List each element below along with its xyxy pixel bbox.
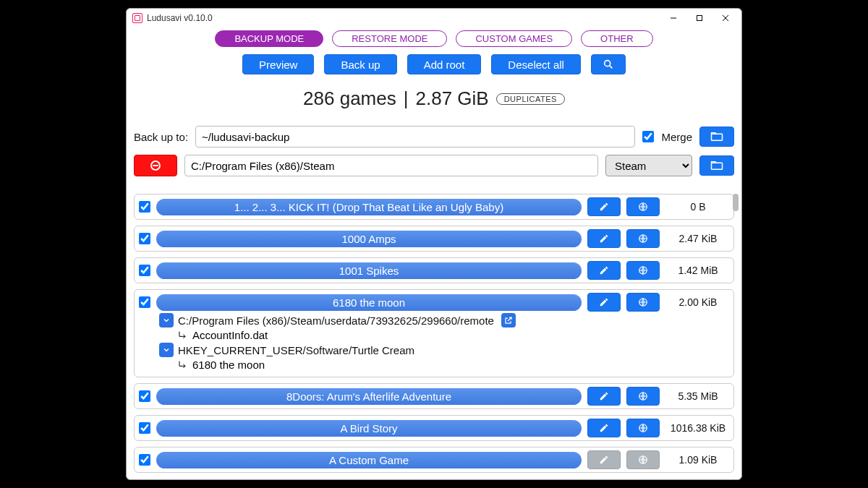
svg-line-5 bbox=[610, 66, 613, 69]
collapse-icon[interactable] bbox=[159, 343, 174, 357]
game-row: A Bird Story1016.38 KiB bbox=[134, 415, 734, 441]
game-size: 5.35 MiB bbox=[665, 390, 731, 402]
backup-button[interactable]: Back up bbox=[324, 54, 396, 74]
detail-path-row: C:/Program Files (x86)/Steam/userdata/73… bbox=[137, 312, 731, 329]
svg-rect-1 bbox=[697, 16, 702, 21]
game-size: 0 B bbox=[665, 201, 731, 213]
detail-child: 6180 the moon bbox=[192, 359, 265, 371]
open-external-icon[interactable] bbox=[501, 313, 516, 328]
detail-path-row: HKEY_CURRENT_USER/Software/Turtle Cream bbox=[137, 341, 731, 359]
backup-to-label: Back up to: bbox=[134, 131, 188, 143]
game-checkbox[interactable] bbox=[139, 233, 150, 244]
main-content: BACKUP MODE RESTORE MODE CUSTOM GAMES OT… bbox=[127, 27, 741, 479]
close-button[interactable] bbox=[712, 9, 739, 27]
edit-game-button[interactable] bbox=[587, 293, 621, 312]
sub-arrow-icon bbox=[176, 330, 188, 341]
summary: 286 games | 2.87 GiB DUPLICATES bbox=[134, 87, 734, 110]
svg-point-4 bbox=[605, 61, 610, 67]
collapse-icon[interactable] bbox=[159, 313, 174, 328]
game-title[interactable]: 1000 Amps bbox=[156, 231, 582, 247]
summary-games: 286 games bbox=[303, 87, 396, 110]
game-row-expanded: 6180 the moon2.00 KiBC:/Program Files (x… bbox=[134, 289, 734, 377]
root-row: Steam bbox=[134, 155, 734, 176]
edit-game-button[interactable] bbox=[587, 261, 621, 280]
game-web-button[interactable] bbox=[626, 450, 660, 469]
add-root-button[interactable]: Add root bbox=[407, 54, 482, 74]
action-bar: Preview Back up Add root Deselect all bbox=[134, 54, 734, 74]
game-row: 1000 Amps2.47 KiB bbox=[134, 226, 734, 252]
app-window: Ludusavi v0.10.0 BACKUP MODE RESTORE MOD… bbox=[126, 8, 742, 480]
game-title[interactable]: A Bird Story bbox=[156, 420, 582, 437]
game-web-button[interactable] bbox=[626, 293, 660, 312]
game-checkbox[interactable] bbox=[139, 390, 150, 402]
merge-checkbox[interactable] bbox=[642, 131, 654, 142]
root-path-input[interactable] bbox=[184, 155, 598, 176]
detail-child: AccountInfo.dat bbox=[192, 329, 268, 341]
game-title[interactable]: 1... 2... 3... KICK IT! (Drop That Beat … bbox=[156, 199, 582, 215]
deselect-all-button[interactable]: Deselect all bbox=[491, 54, 581, 74]
tab-custom-games[interactable]: CUSTOM GAMES bbox=[456, 30, 572, 47]
detail-child-row: 6180 the moon bbox=[137, 359, 731, 371]
game-row: 8Doors: Arum's Afterlife Adventure5.35 M… bbox=[134, 383, 734, 409]
game-size: 1.09 KiB bbox=[665, 454, 731, 466]
game-checkbox[interactable] bbox=[139, 454, 150, 466]
search-button[interactable] bbox=[591, 54, 626, 74]
svg-rect-6 bbox=[712, 134, 723, 140]
maximize-button[interactable] bbox=[686, 9, 712, 27]
game-web-button[interactable] bbox=[626, 419, 660, 437]
game-list: 1... 2... 3... KICK IT! (Drop That Beat … bbox=[134, 194, 734, 473]
detail-path: HKEY_CURRENT_USER/Software/Turtle Cream bbox=[178, 344, 414, 356]
root-store-select[interactable]: Steam bbox=[605, 155, 692, 176]
game-web-button[interactable] bbox=[626, 197, 660, 216]
game-checkbox[interactable] bbox=[139, 422, 150, 434]
edit-game-button[interactable] bbox=[587, 229, 621, 248]
game-size: 2.00 KiB bbox=[665, 296, 731, 308]
detail-child-row: AccountInfo.dat bbox=[137, 329, 731, 341]
game-checkbox[interactable] bbox=[139, 296, 150, 308]
game-row: A Custom Game1.09 KiB bbox=[134, 447, 734, 473]
scrollbar-thumb[interactable] bbox=[733, 194, 739, 211]
game-row: 1... 2... 3... KICK IT! (Drop That Beat … bbox=[134, 194, 734, 220]
game-web-button[interactable] bbox=[626, 261, 660, 280]
titlebar: Ludusavi v0.10.0 bbox=[127, 9, 741, 27]
window-title: Ludusavi v0.10.0 bbox=[147, 13, 213, 23]
detail-path: C:/Program Files (x86)/Steam/userdata/73… bbox=[178, 314, 494, 327]
remove-root-button[interactable] bbox=[134, 155, 177, 176]
summary-sep: | bbox=[404, 87, 409, 110]
game-title[interactable]: 6180 the moon bbox=[156, 294, 582, 311]
app-logo-icon bbox=[132, 13, 142, 23]
svg-rect-9 bbox=[712, 163, 723, 169]
game-title[interactable]: A Custom Game bbox=[156, 452, 582, 468]
game-web-button[interactable] bbox=[626, 387, 660, 406]
game-checkbox[interactable] bbox=[139, 265, 150, 276]
minimize-button[interactable] bbox=[660, 9, 686, 27]
game-title[interactable]: 8Doors: Arum's Afterlife Adventure bbox=[156, 388, 582, 405]
game-web-button[interactable] bbox=[626, 229, 660, 248]
edit-game-button[interactable] bbox=[587, 387, 621, 406]
tab-restore-mode[interactable]: RESTORE MODE bbox=[332, 30, 447, 47]
game-size: 1016.38 KiB bbox=[665, 422, 731, 434]
edit-game-button[interactable] bbox=[587, 450, 621, 469]
sub-arrow-icon bbox=[176, 359, 188, 371]
edit-game-button[interactable] bbox=[587, 197, 621, 216]
backup-to-row: Back up to: Merge bbox=[134, 126, 734, 147]
merge-label: Merge bbox=[661, 131, 692, 143]
browse-backup-folder-button[interactable] bbox=[699, 127, 734, 147]
game-row: 1001 Spikes1.42 MiB bbox=[134, 257, 734, 283]
edit-game-button[interactable] bbox=[587, 419, 621, 437]
backup-path-input[interactable] bbox=[195, 126, 635, 147]
browse-root-folder-button[interactable] bbox=[699, 155, 734, 176]
summary-size: 2.87 GiB bbox=[415, 87, 488, 110]
game-size: 1.42 MiB bbox=[665, 265, 731, 276]
game-title[interactable]: 1001 Spikes bbox=[156, 262, 582, 279]
preview-button[interactable]: Preview bbox=[242, 54, 314, 74]
game-size: 2.47 KiB bbox=[665, 233, 731, 244]
tab-other[interactable]: OTHER bbox=[581, 30, 653, 47]
tab-backup-mode[interactable]: BACKUP MODE bbox=[215, 30, 323, 47]
mode-tabs: BACKUP MODE RESTORE MODE CUSTOM GAMES OT… bbox=[134, 30, 734, 47]
game-checkbox[interactable] bbox=[139, 201, 150, 213]
duplicates-badge[interactable]: DUPLICATES bbox=[496, 93, 565, 105]
